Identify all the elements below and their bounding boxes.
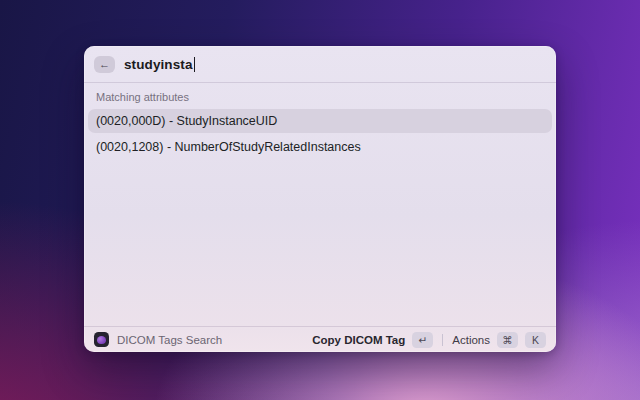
section-header: Matching attributes	[96, 91, 544, 103]
app-name: DICOM Tags Search	[117, 334, 222, 346]
k-key-badge[interactable]: K	[525, 332, 546, 348]
results-list: Matching attributes (0020,000D) - StudyI…	[84, 83, 556, 326]
back-arrow-icon: ←	[99, 58, 110, 70]
primary-action-label[interactable]: Copy DICOM Tag	[312, 334, 405, 346]
launcher-window: ← studyinsta Matching attributes (0020,0…	[84, 46, 556, 352]
result-label: (0020,1208) - NumberOfStudyRelatedInstan…	[96, 140, 361, 154]
return-key-badge[interactable]: ↵	[412, 332, 433, 348]
result-label: (0020,000D) - StudyInstanceUID	[96, 114, 277, 128]
footer-divider	[442, 334, 443, 346]
command-key-badge[interactable]: ⌘	[497, 332, 518, 348]
back-button[interactable]: ←	[94, 56, 115, 73]
actions-keys-group: ⌘ K	[490, 332, 546, 348]
actions-button[interactable]: Actions	[452, 334, 490, 346]
search-input-value: studyinsta	[124, 57, 193, 72]
search-input[interactable]: studyinsta	[124, 55, 195, 73]
result-row-study-instance-uid[interactable]: (0020,000D) - StudyInstanceUID	[88, 109, 552, 133]
dicom-app-icon	[94, 332, 109, 347]
footer-bar: DICOM Tags Search Copy DICOM Tag ↵ Actio…	[84, 326, 556, 352]
result-row-number-of-study-related-instances[interactable]: (0020,1208) - NumberOfStudyRelatedInstan…	[88, 135, 552, 159]
search-bar: ← studyinsta	[84, 46, 556, 82]
text-cursor	[194, 57, 196, 72]
